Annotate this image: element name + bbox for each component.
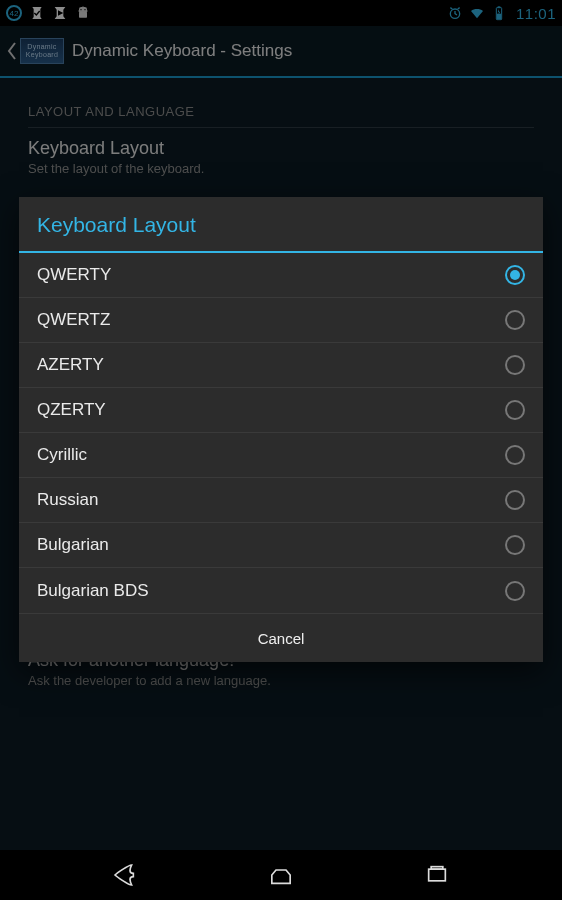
dialog-option-label: Bulgarian (37, 535, 505, 555)
svg-rect-7 (429, 869, 446, 881)
radio-icon (505, 310, 525, 330)
radio-icon (505, 581, 525, 601)
nav-home-button[interactable] (263, 857, 299, 893)
dialog-option-label: Cyrillic (37, 445, 505, 465)
dialog-option[interactable]: QWERTY (19, 253, 543, 298)
cancel-button[interactable]: Cancel (19, 614, 543, 662)
dialog-option-label: QWERTY (37, 265, 505, 285)
svg-rect-8 (431, 867, 443, 870)
radio-icon (505, 535, 525, 555)
dialog-option-list: QWERTYQWERTZAZERTYQZERTYCyrillicRussianB… (19, 253, 543, 613)
dialog-option[interactable]: AZERTY (19, 343, 543, 388)
dialog-option[interactable]: Bulgarian BDS (19, 568, 543, 613)
dialog-option-label: Bulgarian BDS (37, 581, 505, 601)
dialog-option[interactable]: Cyrillic (19, 433, 543, 478)
dialog-option-label: QWERTZ (37, 310, 505, 330)
dialog-option-label: QZERTY (37, 400, 505, 420)
radio-icon (505, 400, 525, 420)
dialog-option[interactable]: QWERTZ (19, 298, 543, 343)
radio-icon (505, 490, 525, 510)
dialog-option-label: AZERTY (37, 355, 505, 375)
dialog-option[interactable]: Russian (19, 478, 543, 523)
radio-icon (505, 445, 525, 465)
dialog-option-label: Russian (37, 490, 505, 510)
navigation-bar (0, 850, 562, 900)
radio-icon (505, 265, 525, 285)
radio-icon (505, 355, 525, 375)
keyboard-layout-dialog: Keyboard Layout QWERTYQWERTZAZERTYQZERTY… (19, 197, 543, 662)
dialog-title: Keyboard Layout (19, 197, 543, 253)
dialog-option[interactable]: Bulgarian (19, 523, 543, 568)
dialog-scrim[interactable]: Keyboard Layout QWERTYQWERTZAZERTYQZERTY… (0, 0, 562, 900)
dialog-option[interactable]: QZERTY (19, 388, 543, 433)
nav-back-button[interactable] (107, 857, 143, 893)
nav-recents-button[interactable] (419, 857, 455, 893)
